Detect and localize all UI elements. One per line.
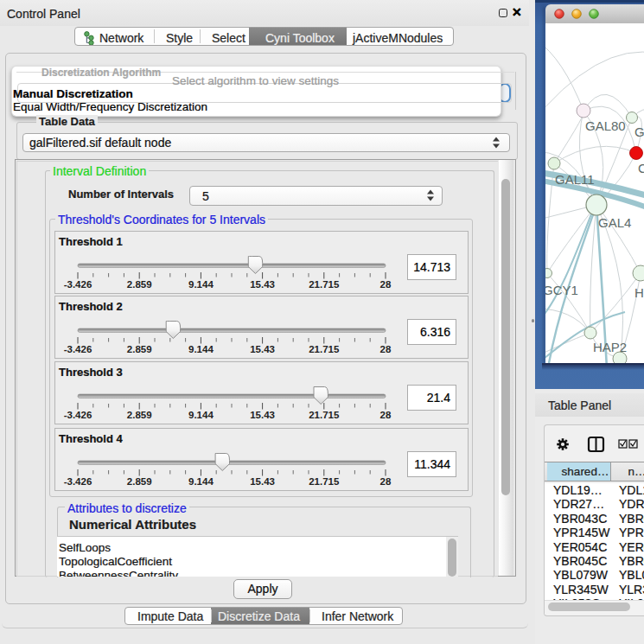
svg-text:9.144: 9.144	[188, 279, 214, 290]
svg-text:C: C	[638, 161, 644, 175]
svg-text:-3.426: -3.426	[64, 279, 92, 290]
svg-text:21.715: 21.715	[309, 476, 340, 487]
svg-text:15.43: 15.43	[250, 279, 275, 290]
svg-text:-3.426: -3.426	[64, 410, 92, 420]
svg-text:-3.426: -3.426	[64, 476, 92, 487]
svg-text:GAL4: GAL4	[598, 215, 631, 230]
svg-text:21.715: 21.715	[309, 279, 340, 290]
svg-text:15.43: 15.43	[250, 410, 275, 420]
svg-text:H: H	[634, 285, 644, 300]
svg-text:28: 28	[380, 344, 392, 354]
svg-text:2.859: 2.859	[127, 279, 152, 290]
svg-text:28: 28	[380, 476, 392, 487]
svg-text:G.: G.	[634, 124, 644, 139]
svg-text:GAL11: GAL11	[555, 172, 595, 187]
svg-text:28: 28	[380, 279, 392, 290]
svg-text:9.144: 9.144	[188, 410, 214, 420]
svg-text:21.715: 21.715	[309, 410, 340, 420]
svg-text:2.859: 2.859	[127, 410, 152, 420]
svg-text:21.715: 21.715	[309, 344, 340, 354]
svg-text:15.43: 15.43	[250, 344, 275, 354]
svg-text:2.859: 2.859	[127, 476, 152, 487]
svg-text:2.859: 2.859	[127, 344, 152, 354]
svg-text:9.144: 9.144	[188, 476, 214, 487]
svg-text:28: 28	[380, 410, 392, 420]
svg-text:GCY1: GCY1	[545, 283, 578, 297]
svg-text:15.43: 15.43	[250, 476, 275, 487]
svg-text:GAL80: GAL80	[585, 118, 626, 133]
svg-text:-3.426: -3.426	[64, 344, 92, 354]
svg-text:9.144: 9.144	[188, 344, 214, 354]
svg-text:HAP2: HAP2	[593, 340, 627, 354]
